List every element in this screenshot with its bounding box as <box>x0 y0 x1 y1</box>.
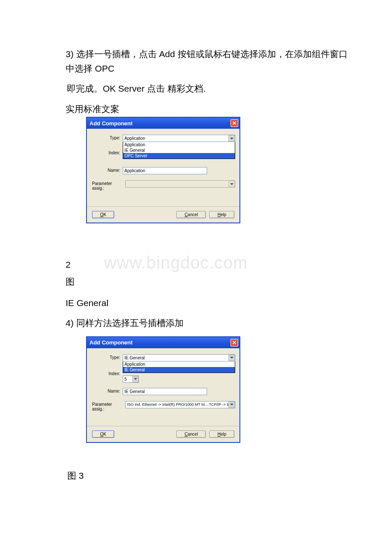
close-icon[interactable]: ✕ <box>231 119 238 127</box>
index-value: 5 <box>124 377 127 382</box>
name-value-2: IE General <box>124 389 145 394</box>
index-label: Index: <box>91 150 123 155</box>
document-page: 3) 选择一号插槽，点击 Add 按钮或鼠标右键选择添加，在添加组件窗口中选择 … <box>0 0 392 514</box>
titlebar-2: Add Component ✕ <box>87 337 239 348</box>
name-input[interactable]: Application <box>123 167 207 174</box>
dialog1-title: Add Component <box>89 120 133 127</box>
type-label: Type: <box>91 135 123 140</box>
chevron-down-icon[interactable] <box>228 355 235 361</box>
index-field-2: 5 <box>123 370 235 383</box>
name-label: Name: <box>91 167 123 173</box>
type-combobox-2[interactable]: IE General <box>123 354 235 361</box>
name-value: Application <box>124 168 145 173</box>
dropdown-option-application[interactable]: Application <box>123 142 235 147</box>
chevron-down-icon[interactable] <box>132 376 138 382</box>
close-icon[interactable]: ✕ <box>231 339 238 347</box>
param-combobox-2[interactable]: ISO Ind. Ethernet -> Intel(R) PRO/1000 M… <box>125 401 235 408</box>
spacer-2 <box>38 447 354 468</box>
dropdown-option-application-2[interactable]: Application <box>123 361 235 367</box>
dialog2-body: Type: IE General Application IE General <box>87 348 239 426</box>
type-value-2: IE General <box>124 356 145 360</box>
step3-text-line1: 3) 选择一号插槽，点击 Add 按钮或鼠标右键选择添加，在添加组件窗口中选择 … <box>66 49 348 73</box>
type-combobox[interactable]: Application <box>123 135 235 142</box>
dialog1-body: Type: Application Application IE General… <box>87 129 239 206</box>
param-row-2: Parameter assig.: ISO Ind. Ethernet -> I… <box>91 401 235 411</box>
name-field-wrap-2: IE General <box>123 388 235 395</box>
dialog1-container: Add Component ✕ Type: Application Applic… <box>86 117 354 223</box>
practical-text: 实用标准文案 <box>66 102 354 116</box>
ok-button-2[interactable]: OK <box>92 431 114 438</box>
help-button[interactable]: Help <box>209 211 234 218</box>
index-label-2: Index: <box>91 370 123 376</box>
cancel-button-2[interactable]: Cancel <box>176 431 206 438</box>
param-field <box>125 180 235 188</box>
chevron-down-icon[interactable] <box>228 402 235 408</box>
ie-general-text: IE General <box>66 296 354 310</box>
help-button-2[interactable]: Help <box>209 431 234 438</box>
ok-button[interactable]: OK <box>92 211 114 218</box>
fig2-block: 2 www.bingdoc.com 图 <box>66 257 354 289</box>
fig3-label: 图 3 <box>67 468 354 483</box>
ok-rest: K <box>104 212 107 217</box>
name-row: Name: Application <box>91 167 235 174</box>
type-field: Application Application IE General OPC S… <box>123 135 235 159</box>
step3-line2: 即完成。OK Server 点击 精彩文档. <box>38 81 354 96</box>
step3-paragraph: 3) 选择一号插槽，点击 Add 按钮或鼠标右键选择添加，在添加组件窗口中选择 … <box>38 47 354 75</box>
type-dropdown: Application IE General OPC Server <box>123 142 235 159</box>
dropdown-option-opc-server[interactable]: OPC Server <box>123 153 235 159</box>
index-combobox[interactable]: 5 <box>123 376 139 383</box>
param-label-2: Parameter assig.: <box>91 401 125 411</box>
dialog2-container: Add Component ✕ Type: IE General Applica… <box>86 336 354 443</box>
fig2-num: 2 <box>66 257 354 272</box>
type-row: Type: Application Application IE General… <box>91 135 235 159</box>
type-label-2: Type: <box>91 354 123 360</box>
chevron-down-icon <box>228 181 235 187</box>
param-combobox-disabled <box>125 180 235 188</box>
spacer <box>38 228 354 257</box>
param-row: Parameter assig.: <box>91 180 235 191</box>
name-row-2: Name: IE General <box>91 388 235 395</box>
name-field-wrap: Application <box>123 167 235 174</box>
cancel-button[interactable]: Cancel <box>176 211 206 218</box>
index-row-2: Index: 5 <box>91 370 235 383</box>
dialog2-title: Add Component <box>89 339 133 346</box>
type-value: Application <box>124 136 145 141</box>
param-label: Parameter assig.: <box>91 180 125 191</box>
add-component-dialog-2: Add Component ✕ Type: IE General Applica… <box>86 336 240 443</box>
dialog1-footer: OK Cancel Help <box>87 206 239 223</box>
dropdown-option-ie-general[interactable]: IE General <box>123 147 235 153</box>
param-value-2: ISO Ind. Ethernet -> Intel(R) PRO/1000 M… <box>127 402 235 407</box>
fig2-label: 图 <box>66 275 354 289</box>
name-label-2: Name: <box>91 388 123 393</box>
add-component-dialog-1: Add Component ✕ Type: Application Applic… <box>86 117 240 223</box>
param-field-2: ISO Ind. Ethernet -> Intel(R) PRO/1000 M… <box>125 401 235 408</box>
titlebar-1: Add Component ✕ <box>87 118 239 129</box>
step4-text: 4) 同样方法选择五号插槽添加 <box>66 316 354 330</box>
chevron-down-icon[interactable] <box>228 135 235 142</box>
dialog2-footer: OK Cancel Help <box>87 426 239 442</box>
name-input-2[interactable]: IE General <box>123 388 207 395</box>
